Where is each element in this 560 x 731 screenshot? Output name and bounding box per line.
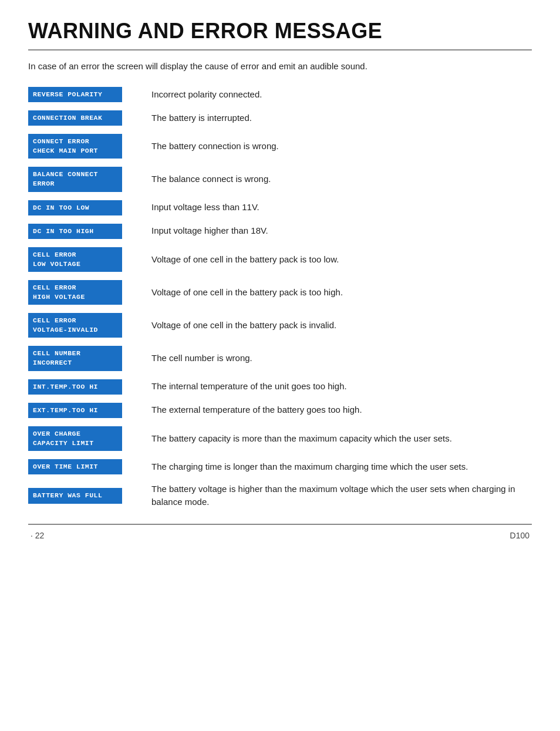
bottom-divider (28, 524, 532, 525)
error-badge: CONNECT ERROR CHECK MAIN PORT (28, 134, 122, 159)
table-row: CELL ERROR VOLTAGE-INVALIDVoltage of one… (28, 309, 532, 342)
error-description: Voltage of one cell in the battery pack … (151, 243, 532, 276)
page-number: · 22 (31, 531, 44, 540)
table-row: CONNECTION BREAKThe battery is interrupt… (28, 106, 532, 130)
table-row: CONNECT ERROR CHECK MAIN PORTThe battery… (28, 130, 532, 163)
error-badge: REVERSE POLARITY (28, 87, 122, 102)
error-description: The battery is interrupted. (151, 106, 532, 130)
error-description: Input voltage less than 11V. (151, 196, 532, 220)
error-badge: INT.TEMP.TOO HI (28, 379, 122, 395)
page-title: WARNING AND ERROR MESSAGE (28, 19, 532, 43)
badge-cell: CELL ERROR LOW VOLTAGE (28, 243, 151, 276)
error-badge: CELL NUMBER INCORRECT (28, 346, 122, 370)
badge-cell: CONNECT ERROR CHECK MAIN PORT (28, 130, 151, 163)
error-description: Voltage of one cell in the battery pack … (151, 309, 532, 342)
error-badge: CONNECTION BREAK (28, 110, 122, 126)
table-row: EXT.TEMP.TOO HIThe external temperature … (28, 399, 532, 422)
badge-cell: CELL NUMBER INCORRECT (28, 342, 151, 375)
table-row: DC IN TOO HIGHInput voltage higher than … (28, 220, 532, 243)
error-description: The balance connect is wrong. (151, 163, 532, 196)
badge-cell: REVERSE POLARITY (28, 83, 151, 106)
table-row: INT.TEMP.TOO HIThe internal temperature … (28, 375, 532, 399)
error-badge: CELL ERROR VOLTAGE-INVALID (28, 313, 122, 338)
error-description: The battery connection is wrong. (151, 130, 532, 163)
badge-cell: DC IN TOO HIGH (28, 220, 151, 243)
table-row: DC IN TOO LOWInput voltage less than 11V… (28, 196, 532, 220)
error-badge: OVER TIME LIMIT (28, 459, 122, 474)
badge-cell: EXT.TEMP.TOO HI (28, 399, 151, 422)
error-description: Input voltage higher than 18V. (151, 220, 532, 243)
error-badge: OVER CHARGE CAPACITY LIMIT (28, 426, 122, 451)
error-description: The internal temperature of the unit goe… (151, 375, 532, 399)
table-row: BALANCE CONNECT ERRORThe balance connect… (28, 163, 532, 196)
table-row: OVER TIME LIMITThe charging time is long… (28, 455, 532, 479)
intro-text: In case of an error the screen will disp… (28, 61, 532, 71)
error-description: The battery voltage is higher than the m… (151, 479, 532, 513)
error-description: The cell number is wrong. (151, 342, 532, 375)
error-description: The external temperature of the battery … (151, 399, 532, 422)
error-badge: DC IN TOO LOW (28, 200, 122, 215)
model-label: D100 (510, 531, 529, 540)
badge-cell: BATTERY WAS FULL (28, 479, 151, 513)
table-row: BATTERY WAS FULLThe battery voltage is h… (28, 479, 532, 513)
error-badge: EXT.TEMP.TOO HI (28, 403, 122, 418)
error-description: The battery capacity is more than the ma… (151, 422, 532, 455)
badge-cell: OVER TIME LIMIT (28, 455, 151, 479)
error-badge: CELL ERROR HIGH VOLTAGE (28, 280, 122, 305)
badge-cell: CONNECTION BREAK (28, 106, 151, 130)
table-row: REVERSE POLARITYIncorrect polarity conne… (28, 83, 532, 106)
table-row: CELL ERROR HIGH VOLTAGEVoltage of one ce… (28, 276, 532, 309)
table-row: CELL NUMBER INCORRECTThe cell number is … (28, 342, 532, 375)
table-row: CELL ERROR LOW VOLTAGEVoltage of one cel… (28, 243, 532, 276)
badge-cell: OVER CHARGE CAPACITY LIMIT (28, 422, 151, 455)
badge-cell: CELL ERROR HIGH VOLTAGE (28, 276, 151, 309)
badge-cell: CELL ERROR VOLTAGE-INVALID (28, 309, 151, 342)
error-badge: CELL ERROR LOW VOLTAGE (28, 247, 122, 272)
badge-cell: INT.TEMP.TOO HI (28, 375, 151, 399)
error-description: The charging time is longer than the max… (151, 455, 532, 479)
badge-cell: BALANCE CONNECT ERROR (28, 163, 151, 196)
error-badge: BATTERY WAS FULL (28, 488, 122, 503)
error-badge: BALANCE CONNECT ERROR (28, 167, 122, 191)
error-table: REVERSE POLARITYIncorrect polarity conne… (28, 83, 532, 513)
error-description: Incorrect polarity connected. (151, 83, 532, 106)
table-row: OVER CHARGE CAPACITY LIMITThe battery ca… (28, 422, 532, 455)
footer: · 22 D100 (28, 531, 532, 540)
error-description: Voltage of one cell in the battery pack … (151, 276, 532, 309)
top-divider (28, 49, 532, 50)
error-badge: DC IN TOO HIGH (28, 224, 122, 239)
badge-cell: DC IN TOO LOW (28, 196, 151, 220)
